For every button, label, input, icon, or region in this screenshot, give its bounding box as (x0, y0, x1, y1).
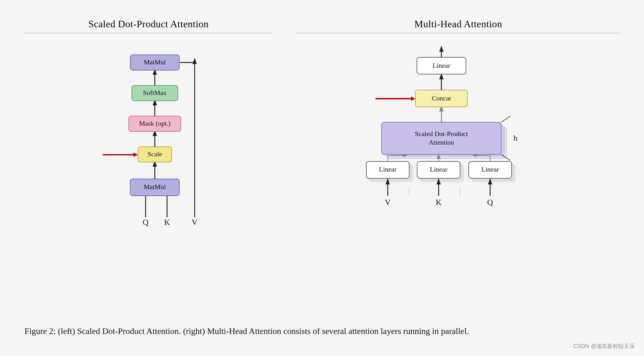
linear-v-label: Linear (379, 165, 397, 173)
right-q-label: Q (487, 198, 493, 207)
left-diagram: Scaled Dot-Product Attention Q K V MatMu… (25, 18, 272, 251)
linear-k-label: Linear (430, 165, 448, 173)
sdpa-label2: Attention (429, 138, 454, 146)
linear-out-label: Linear (433, 62, 450, 69)
concat-label: Concat (432, 94, 451, 102)
svg-marker-24 (411, 97, 415, 101)
left-k-label: K (164, 218, 170, 227)
right-k-label: K (436, 198, 442, 207)
matmul1-label: MatMul (144, 183, 166, 191)
left-v-label: V (192, 218, 197, 227)
left-title: Scaled Dot-Product Attention (88, 18, 209, 30)
left-svg: Q K V MatMul Scale Mask (opt.) (72, 43, 225, 233)
softmax-label: SoftMax (143, 89, 166, 97)
linear-q-label: Linear (481, 165, 499, 173)
mask-label: Mask (opt.) (139, 119, 170, 127)
left-dotted-line (25, 33, 272, 33)
svg-marker-9 (133, 153, 138, 157)
main-container: Scaled Dot-Product Attention Q K V MatMu… (0, 0, 644, 263)
caption: Figure 2: (left) Scaled Dot-Product Atte… (25, 325, 619, 338)
svg-marker-28 (439, 46, 444, 52)
right-v-label: V (385, 198, 391, 207)
right-svg: Scaled Dot-Product Attention h Concat Li… (351, 43, 566, 251)
matmul2-label: MatMul (144, 58, 166, 66)
right-diagram: Multi-Head Attention Scaled Dot-Product … (297, 18, 619, 251)
h-label: h (513, 134, 517, 142)
left-q-label: Q (143, 218, 148, 227)
scale-label: Scale (147, 150, 162, 158)
svg-line-19 (501, 116, 510, 122)
right-title: Multi-Head Attention (414, 18, 502, 30)
svg-marker-1 (192, 58, 197, 64)
sdpa-label1: Scaled Dot-Product (415, 130, 468, 138)
right-dotted-line (297, 33, 619, 33)
watermark: CSDN @浦东新村轱天乐 (574, 343, 635, 350)
